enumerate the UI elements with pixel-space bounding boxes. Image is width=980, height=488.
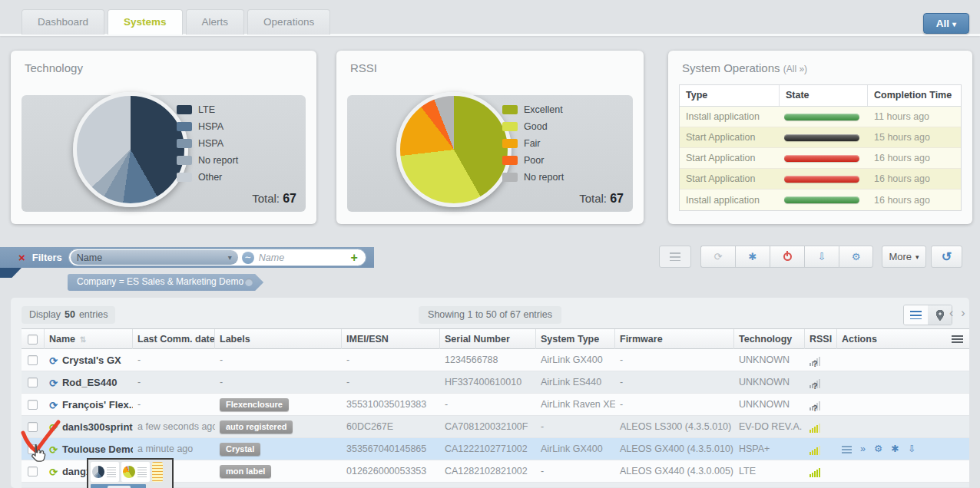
prev-page-button[interactable]: ‹ (949, 306, 961, 319)
cell-name: ⟳danls300sprint (45, 416, 133, 438)
filter-operator-icon[interactable]: ∼ (242, 252, 254, 264)
ops-col-type[interactable]: Type (680, 85, 780, 106)
operation-row[interactable]: Install application11 hours ago (680, 107, 961, 127)
page-size-select[interactable]: 50 (65, 309, 75, 320)
legend-item: No report (502, 169, 564, 186)
cell-imei: - (342, 371, 440, 394)
column-header-system-type[interactable]: System Type (536, 329, 615, 349)
row-checkbox[interactable] (28, 467, 38, 476)
add-filter-icon[interactable]: + (350, 251, 357, 265)
details-icon[interactable] (842, 446, 852, 453)
cell-rssi: ? (805, 394, 837, 416)
video-thumbnail-overlay[interactable] (87, 458, 174, 488)
rssi-signal-icon (809, 444, 820, 455)
table-row[interactable]: ⟳Toulouse Demoa minute agoCrystal3535670… (22, 438, 969, 460)
undo-button[interactable]: ↺ (931, 246, 962, 268)
rssi-unknown-icon: ? (809, 400, 820, 411)
column-header-name[interactable]: Name⇅ (45, 329, 133, 349)
tab-operations[interactable]: Operations (247, 9, 330, 35)
operation-type: Start Application (680, 173, 780, 184)
tab-alerts[interactable]: Alerts (186, 9, 245, 35)
operation-completion-time: 16 hours ago (868, 195, 961, 206)
reboot-button[interactable] (770, 246, 804, 268)
legend-item: No report (177, 152, 238, 169)
company-filter-tag[interactable]: Company = ES Sales & Marketing Demo (68, 274, 263, 291)
more-button[interactable]: More▾ (882, 246, 926, 268)
cell-rssi: ? (805, 371, 837, 394)
column-config-icon[interactable] (952, 335, 963, 344)
show-details-button[interactable] (659, 246, 691, 268)
operation-row[interactable]: Install application16 hours ago (680, 190, 961, 210)
legend-swatch (502, 122, 518, 131)
tab-dashboard[interactable]: Dashboard (22, 9, 104, 35)
cell-technology: EV-DO REV.A. (734, 416, 805, 438)
apply-template-button[interactable]: ✱ (735, 246, 770, 268)
operations-table-header: Type State Completion Time (680, 85, 961, 107)
next-page-button[interactable]: › (961, 306, 972, 319)
rssi-legend: ExcellentGoodFairPoorNo report (502, 101, 564, 186)
scope-dropdown-button[interactable]: All▾ (923, 13, 969, 34)
legend-label: Poor (524, 155, 544, 166)
column-header-actions[interactable]: Actions (837, 329, 969, 349)
ops-col-completion[interactable]: Completion Time (868, 85, 961, 106)
reboot-icon (783, 252, 792, 261)
operation-row[interactable]: Start Application16 hours ago (680, 148, 961, 169)
showing-entries-status: Showing 1 to 50 of 67 entries (419, 306, 561, 324)
filter-value-input[interactable] (254, 252, 351, 263)
ops-col-state[interactable]: State (780, 85, 868, 106)
cell-labels: mon label (215, 460, 342, 483)
table-row[interactable]: ⟳Crystal's GX---1234566788AirLink GX400-… (22, 349, 969, 371)
list-view-button[interactable] (904, 305, 928, 325)
filter-field-select[interactable]: Name ▾ (71, 250, 238, 265)
table-row[interactable]: ⟳danls300sprinta few seconds agoauto reg… (22, 416, 969, 438)
row-checkbox[interactable] (28, 355, 38, 365)
thumb-filters-bar (91, 484, 146, 488)
system-name: François' Flex... (62, 399, 133, 411)
column-header-imei-esn[interactable]: IMEI/ESN (342, 329, 440, 349)
cell-technology: HSPA+ (734, 438, 805, 460)
tag-options-icon[interactable] (245, 279, 253, 286)
table-row[interactable]: ⟳François' Flex...-Flexenclosure35531003… (22, 394, 969, 416)
operation-row[interactable]: Start Application16 hours ago (680, 169, 961, 190)
cell-firmware: - (615, 394, 734, 416)
cell-labels: Flexenclosure (215, 394, 342, 416)
remove-filter-icon[interactable]: × (18, 252, 25, 263)
operation-completion-time: 15 hours ago (868, 132, 961, 143)
row-checkbox[interactable] (28, 378, 38, 387)
operations-table-body: Install application11 hours agoStart App… (680, 107, 961, 210)
tab-systems[interactable]: Systems (108, 9, 183, 35)
table-row[interactable]: ⟳Rod_ES440---HF337400610010AirLink ES440… (22, 371, 969, 394)
row-checkbox[interactable] (28, 422, 38, 432)
operation-row[interactable]: Start Application15 hours ago (680, 127, 961, 148)
configure-comm-button[interactable]: ⚙ (839, 246, 873, 268)
legend-swatch (177, 139, 192, 148)
cell-firmware: ALEOS GX400 (4.3.5.010) (615, 438, 734, 460)
select-all-checkbox[interactable] (28, 335, 38, 345)
map-view-button[interactable] (928, 305, 952, 325)
column-header-last-comm-date[interactable]: Last Comm. date▾ (133, 329, 215, 349)
system-operations-title: System Operations (All ») (682, 61, 807, 74)
refresh-button[interactable]: ⟳ (700, 246, 735, 268)
row-checkbox[interactable] (28, 444, 38, 454)
legend-swatch (502, 139, 518, 148)
forward-icon[interactable]: » (860, 443, 866, 454)
column-header-firmware[interactable]: Firmware (615, 329, 734, 349)
install-app-button[interactable]: ⇩ (804, 246, 839, 268)
operation-completion-time: 16 hours ago (868, 173, 961, 184)
operations-all-link[interactable]: (All ») (783, 64, 807, 74)
cell-technology: UNKNOWN (734, 394, 805, 416)
column-header-serial-number[interactable]: Serial Number (440, 329, 536, 349)
cell-system-type: AirLink ES440 (536, 371, 615, 394)
install-app-icon[interactable]: ⇩ (908, 443, 915, 454)
column-header-technology[interactable]: Technology (734, 329, 805, 349)
system-name: Rod_ES440 (62, 377, 118, 388)
legend-item: Poor (502, 152, 564, 169)
sync-config-icon[interactable]: ⚙ (874, 443, 882, 454)
cell-imei: - (342, 349, 440, 371)
apply-template-icon[interactable]: ✱ (891, 443, 899, 454)
thumb-operations-card (152, 462, 163, 482)
column-header-rssi[interactable]: RSSI (805, 329, 837, 349)
operation-type: Start Application (680, 132, 780, 143)
column-header-labels[interactable]: Labels (215, 329, 342, 349)
row-checkbox[interactable] (28, 400, 38, 410)
